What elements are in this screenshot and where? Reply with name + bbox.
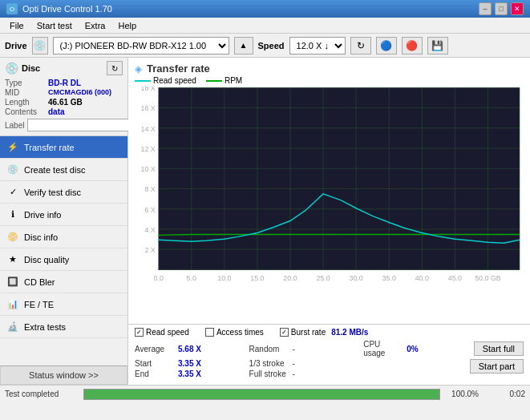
cpu-row: CPU usage 0% (363, 340, 470, 357)
label-input[interactable] (27, 119, 134, 131)
drive-bar: Drive 💿 (J:) PIONEER BD-RW BDR-X12 1.00 … (0, 34, 530, 58)
verify-test-disc-icon: ✓ (6, 186, 19, 199)
contents-value: data (48, 107, 65, 116)
nav-item-disc-quality[interactable]: ★ Disc quality (0, 248, 127, 271)
svg-text:5.0: 5.0 (187, 274, 196, 282)
checkbox-read-speed[interactable]: ✓ Read speed (135, 328, 189, 337)
checkbox-access-times-box (205, 328, 214, 337)
svg-text:10.0: 10.0 (217, 274, 231, 282)
svg-text:12 X: 12 X (140, 145, 155, 153)
svg-text:25.0: 25.0 (316, 274, 330, 282)
chart-area: ◈ Transfer rate Read speed RPM (128, 58, 530, 324)
menu-bar: File Start test Extra Help (0, 18, 530, 34)
stroke-1-3-row: 1/3 stroke - (249, 359, 356, 368)
stroke-1-3-value: - (293, 359, 295, 368)
end-label: End (135, 370, 175, 378)
contents-label: Contents (5, 107, 45, 116)
random-label: Random (249, 345, 289, 353)
main-content: 💿 Disc ↻ Type BD-R DL MID CMCMAGDI6 (000… (0, 58, 530, 385)
random-value: - (293, 345, 295, 353)
app-title: Opti Drive Control 1.70 (22, 4, 112, 14)
svg-text:35.0: 35.0 (382, 274, 396, 282)
create-test-disc-icon: 💿 (6, 164, 19, 176)
legend-read-speed-label: Read speed (153, 76, 196, 85)
stats-left: Average 5.68 X Random - CPU usage 0% S (135, 340, 470, 382)
fe-te-icon: 📊 (6, 298, 19, 311)
checkbox-burst-rate[interactable]: ✓ Burst rate 81.2 MB/s (280, 328, 369, 337)
svg-text:4 X: 4 X (144, 226, 155, 234)
avg-value: 5.68 X (178, 345, 210, 353)
chart-svg: 18 X 16 X 14 X 12 X 10 X 8 X 6 X 4 X 2 X… (135, 87, 524, 287)
start-part-button[interactable]: Start part (470, 359, 524, 374)
nav-label-disc-quality: Disc quality (24, 255, 69, 265)
nav-item-fe-te[interactable]: 📊 FE / TE (0, 293, 127, 316)
nav-item-drive-info[interactable]: ℹ Drive info (0, 204, 127, 226)
svg-text:40.0: 40.0 (415, 274, 429, 282)
chart-svg-wrapper: 18 X 16 X 14 X 12 X 10 X 8 X 6 X 4 X 2 X… (135, 87, 524, 287)
maximize-button[interactable]: □ (495, 2, 508, 15)
svg-rect-0 (159, 87, 520, 270)
disc-panel: 💿 Disc ↻ Type BD-R DL MID CMCMAGDI6 (000… (0, 58, 127, 136)
time-display: 0:02 (485, 390, 525, 398)
nav-item-extra-tests[interactable]: 🔬 Extra tests (0, 316, 127, 338)
menu-file[interactable]: File (3, 19, 30, 32)
nav-item-verify-test-disc[interactable]: ✓ Verify test disc (0, 181, 127, 204)
checkbox-burst-rate-label: Burst rate (291, 328, 326, 337)
stats-actions-row: Average 5.68 X Random - CPU usage 0% S (135, 340, 524, 382)
nav-item-cd-bler[interactable]: 🔲 CD Bler (0, 271, 127, 293)
svg-text:8 X: 8 X (144, 185, 155, 193)
svg-text:50.0 GB: 50.0 GB (475, 274, 501, 282)
close-button[interactable]: ✕ (511, 2, 524, 15)
random-row: Random - (249, 340, 356, 357)
start-row: Start 3.35 X (135, 359, 241, 368)
type-label: Type (5, 79, 45, 87)
save-icon[interactable]: 💾 (427, 37, 448, 55)
disc-refresh-icon[interactable]: ↻ (107, 61, 123, 75)
progress-bar (83, 389, 440, 400)
full-stroke-row: Full stroke - (249, 370, 356, 378)
svg-text:15.0: 15.0 (250, 274, 264, 282)
checkbox-burst-rate-box: ✓ (280, 328, 289, 337)
minimize-button[interactable]: – (479, 2, 492, 15)
svg-text:30.0: 30.0 (349, 274, 362, 282)
nav-item-transfer-rate[interactable]: ⚡ Transfer rate (0, 136, 127, 159)
settings-icon[interactable]: 🔵 (376, 37, 397, 55)
cpu-label: CPU usage (363, 340, 403, 357)
svg-text:16 X: 16 X (140, 104, 155, 112)
nav-item-disc-info[interactable]: 📀 Disc info (0, 226, 127, 248)
disc-header-title: Disc (22, 63, 40, 73)
menu-extra[interactable]: Extra (79, 19, 112, 32)
full-stroke-label: Full stroke (249, 370, 289, 378)
mid-label: MID (5, 88, 45, 97)
start-label: Start (135, 359, 175, 368)
svg-text:2 X: 2 X (144, 246, 155, 254)
avg-label: Average (135, 345, 175, 353)
start-value: 3.35 X (178, 359, 210, 368)
eject-button[interactable]: ▲ (234, 37, 253, 55)
status-window-button[interactable]: Status window >> (0, 365, 127, 385)
progress-percent: 100.0% (447, 390, 479, 398)
menu-help[interactable]: Help (111, 19, 143, 32)
chart-title: Transfer rate (147, 63, 210, 75)
nav-label-drive-info: Drive info (24, 210, 61, 220)
speed-select[interactable]: 12.0 X ↓ (289, 37, 346, 55)
legend-read-speed-color (135, 80, 151, 82)
nav-label-disc-info: Disc info (24, 232, 58, 242)
legend-read-speed: Read speed (135, 76, 196, 85)
start-full-button[interactable]: Start full (474, 341, 524, 356)
refresh-icon[interactable]: ↻ (350, 37, 371, 55)
drive-label: Drive (5, 41, 27, 50)
nav-item-create-test-disc[interactable]: 💿 Create test disc (0, 159, 127, 181)
legend-rpm: RPM (206, 76, 242, 85)
stroke-1-3-label: 1/3 stroke (249, 359, 289, 368)
disc-header-icon: 💿 (5, 62, 18, 75)
menu-start-test[interactable]: Start test (30, 19, 79, 32)
checkbox-access-times-label: Access times (216, 328, 264, 337)
scan-icon[interactable]: 🔴 (402, 37, 423, 55)
end-row: End 3.35 X (135, 370, 241, 378)
legend-rpm-color (206, 80, 222, 82)
checkbox-read-speed-box: ✓ (135, 328, 144, 337)
drive-select[interactable]: (J:) PIONEER BD-RW BDR-X12 1.00 (53, 37, 229, 55)
stats-right: Start full Start part (470, 340, 524, 374)
checkbox-access-times[interactable]: Access times (205, 328, 264, 337)
